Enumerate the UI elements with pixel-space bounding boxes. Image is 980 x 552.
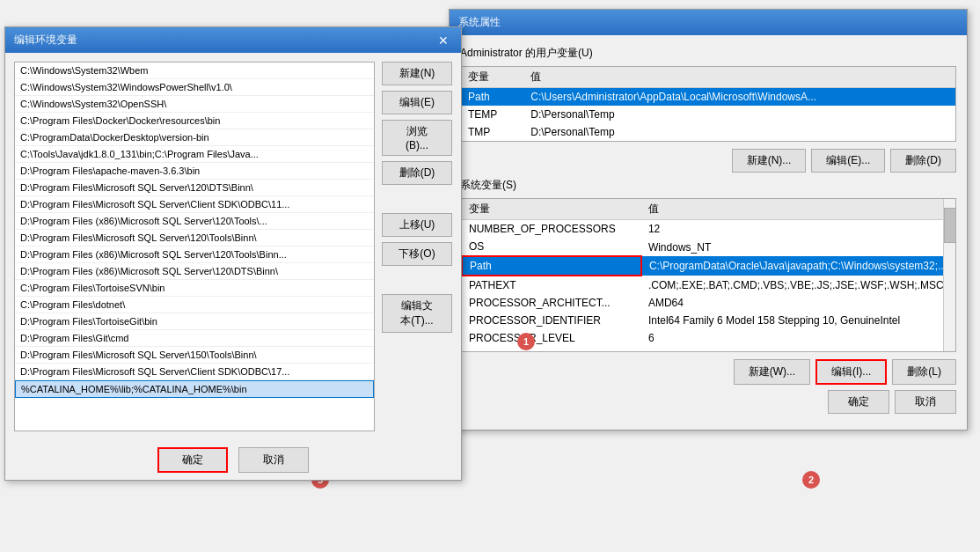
sys-var-value: 12: [641, 220, 955, 239]
sys-col-value: 值: [641, 199, 955, 220]
path-list-item[interactable]: D:\Program Files\Microsoft SQL Server\Cl…: [15, 196, 374, 213]
action-moveup-btn[interactable]: 上移(U): [382, 213, 452, 237]
sys-new-btn[interactable]: 新建(W)...: [734, 359, 810, 385]
sys-var-name: PROCESSOR_LEVEL: [462, 329, 641, 347]
action-edittext-btn[interactable]: 编辑文本(T)...: [382, 294, 452, 333]
path-list-item[interactable]: C:\Tools\Java\jdk1.8.0_131\bin;C:\Progra…: [15, 146, 374, 163]
path-list-item[interactable]: D:\Program Files\Git\cmd: [15, 330, 374, 347]
annotation-2: 2: [802, 471, 820, 489]
path-list-item[interactable]: D:\Program Files\apache-maven-3.6.3\bin: [15, 163, 374, 180]
user-col-name: 变量: [461, 67, 523, 88]
path-list-item[interactable]: C:\Windows\System32\WindowsPowerShell\v1…: [15, 79, 374, 96]
user-new-btn[interactable]: 新建(N)...: [732, 149, 807, 173]
sys-vars-scrollbar[interactable]: [943, 199, 955, 351]
sys-var-value: .COM;.EXE;.BAT;.CMD;.VBS;.VBE;.JS;.JSE;.…: [641, 276, 955, 294]
sys-vars-table: 变量 值 NUMBER_OF_PROCESSORS12OSWindows_NTP…: [461, 199, 955, 347]
user-col-value: 值: [523, 67, 955, 88]
user-var-name: Path: [461, 88, 523, 107]
user-var-value: D:\Personal\Temp: [523, 106, 955, 123]
user-vars-table: 变量 值 PathC:\Users\Administrator\AppData\…: [461, 67, 955, 141]
sys-vars-table-container: 变量 值 NUMBER_OF_PROCESSORS12OSWindows_NTP…: [460, 198, 956, 352]
action-movedown-btn[interactable]: 下移(O): [382, 242, 452, 266]
sys-edit-btn[interactable]: 编辑(I)...: [815, 359, 887, 385]
path-list-item[interactable]: D:\Program Files (x86)\Microsoft SQL Ser…: [15, 213, 374, 230]
path-list-item[interactable]: D:\Program Files\Microsoft SQL Server\15…: [15, 347, 374, 364]
path-list-item[interactable]: D:\Program Files\Microsoft SQL Server\Cl…: [15, 364, 374, 380]
sys-var-row[interactable]: OSWindows_NT: [462, 238, 955, 256]
sys-var-value: C:\ProgramData\Oracle\Java\javapath;C:\W…: [641, 256, 955, 276]
user-var-value: C:\Users\Administrator\AppData\Local\Mic…: [523, 88, 955, 107]
env-cancel-btn[interactable]: 取消: [895, 390, 956, 414]
sys-var-name: PROCESSOR_IDENTIFIER: [462, 312, 641, 329]
user-edit-btn[interactable]: 编辑(E)...: [811, 149, 885, 173]
action-edit-btn[interactable]: 编辑(E): [382, 91, 452, 114]
sys-var-row[interactable]: NUMBER_OF_PROCESSORS12: [462, 220, 955, 239]
sys-var-value: Windows_NT: [641, 238, 955, 256]
sys-var-name: Path: [462, 256, 641, 276]
path-list-item[interactable]: C:\Windows\System32\OpenSSH\: [15, 96, 374, 113]
sys-var-row[interactable]: PathC:\ProgramData\Oracle\Java\javapath;…: [462, 256, 955, 276]
edit-footer: 确定 取消: [5, 440, 461, 480]
action-delete-btn[interactable]: 删除(D): [382, 161, 452, 185]
edit-env-titlebar: 编辑环境变量 ✕: [5, 27, 461, 53]
user-delete-btn[interactable]: 删除(D): [890, 149, 956, 173]
edit-confirm-btn[interactable]: 确定: [157, 447, 228, 473]
path-list-item[interactable]: C:\Windows\System32\Wbem: [15, 63, 374, 79]
edit-actions: 新建(N) 编辑(E) 浏览(B)... 删除(D) 上移(U) 下移(O) 编…: [382, 62, 452, 431]
sys-var-row[interactable]: PROCESSOR_ARCHITECT...AMD64: [462, 294, 955, 312]
env-confirm-btn[interactable]: 确定: [828, 390, 889, 414]
sys-var-name: PROCESSOR_ARCHITECT...: [462, 294, 641, 312]
path-list-item[interactable]: D:\Program Files (x86)\Microsoft SQL Ser…: [15, 247, 374, 263]
action-browse-btn[interactable]: 浏览(B)...: [382, 120, 452, 156]
edit-body: C:\Windows\System32\WbemC:\Windows\Syste…: [5, 53, 461, 440]
path-list-item[interactable]: C:\Program Files\TortoiseSVN\bin: [15, 280, 374, 297]
sys-var-name: OS: [462, 238, 641, 256]
user-var-row[interactable]: PathC:\Users\Administrator\AppData\Local…: [461, 88, 955, 107]
sys-delete-btn[interactable]: 删除(L): [892, 359, 956, 385]
sys-var-row[interactable]: PATHEXT.COM;.EXE;.BAT;.CMD;.VBS;.VBE;.JS…: [462, 276, 955, 294]
user-vars-label: Administrator 的用户变量(U): [460, 46, 956, 61]
edit-env-title: 编辑环境变量: [14, 33, 77, 48]
sys-var-value: 6: [641, 329, 955, 347]
action-new-btn[interactable]: 新建(N): [382, 62, 452, 85]
user-var-name: TMP: [461, 123, 523, 141]
env-vars-titlebar: 系统属性: [450, 10, 967, 35]
sys-var-row[interactable]: PROCESSOR_LEVEL6: [462, 329, 955, 347]
path-list-item[interactable]: D:\Program Files\Microsoft SQL Server\12…: [15, 230, 374, 247]
path-list-item[interactable]: D:\Program Files\TortoiseGit\bin: [15, 313, 374, 330]
edit-close-btn[interactable]: ✕: [435, 33, 452, 48]
path-list-item[interactable]: C:\ProgramData\DockerDesktop\version-bin: [15, 129, 374, 146]
env-dialog-footer: 确定 取消: [460, 390, 956, 414]
sys-vars-label: 系统变量(S): [460, 178, 956, 193]
sys-var-value: Intel64 Family 6 Model 158 Stepping 10, …: [641, 312, 955, 329]
path-list-container[interactable]: C:\Windows\System32\WbemC:\Windows\Syste…: [14, 62, 375, 431]
edit-cancel-btn[interactable]: 取消: [238, 447, 309, 473]
edit-env-dialog: 编辑环境变量 ✕ C:\Windows\System32\WbemC:\Wind…: [4, 26, 462, 481]
sys-col-name: 变量: [462, 199, 641, 220]
path-list: C:\Windows\System32\WbemC:\Windows\Syste…: [15, 63, 374, 398]
user-vars-table-container: 变量 值 PathC:\Users\Administrator\AppData\…: [460, 66, 956, 142]
path-list-item[interactable]: D:\Program Files (x86)\Microsoft SQL Ser…: [15, 263, 374, 280]
user-var-name: TEMP: [461, 106, 523, 123]
path-list-item[interactable]: C:\Program Files\dotnet\: [15, 297, 374, 313]
env-vars-dialog: 系统属性 Administrator 的用户变量(U) 变量 值 PathC:\…: [449, 9, 968, 431]
sys-var-value: AMD64: [641, 294, 955, 312]
sys-vars-btn-row: 新建(W)... 编辑(I)... 删除(L): [460, 359, 956, 385]
user-var-value: D:\Personal\Temp: [523, 123, 955, 141]
sys-var-name: PATHEXT: [462, 276, 641, 294]
path-list-item[interactable]: C:\Program Files\Docker\Docker\resources…: [15, 113, 374, 129]
sys-var-name: NUMBER_OF_PROCESSORS: [462, 220, 641, 239]
sys-var-row[interactable]: PROCESSOR_IDENTIFIERIntel64 Family 6 Mod…: [462, 312, 955, 329]
user-vars-btn-row: 新建(N)... 编辑(E)... 删除(D): [460, 149, 956, 173]
env-vars-title: 系统属性: [458, 15, 501, 30]
path-list-item[interactable]: D:\Program Files\Microsoft SQL Server\12…: [15, 180, 374, 196]
user-var-row[interactable]: TMPD:\Personal\Temp: [461, 123, 955, 141]
annotation-1: 1: [517, 333, 535, 350]
path-list-item[interactable]: %CATALINA_HOME%\lib;%CATALINA_HOME%\bin: [15, 380, 374, 398]
scrollbar-thumb[interactable]: [944, 208, 956, 243]
user-var-row[interactable]: TEMPD:\Personal\Temp: [461, 106, 955, 123]
